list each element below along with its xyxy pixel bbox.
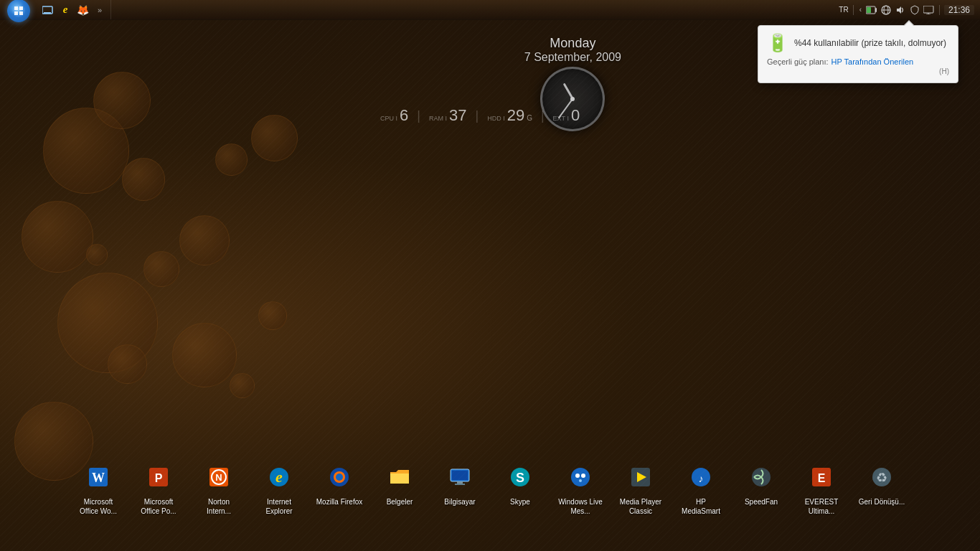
desktop-icon-ms-word[interactable]: WMicrosoft Office Wo... [72,457,125,519]
start-orb-inner [12,4,25,17]
windows-logo-icon [14,6,23,15]
network-icon[interactable] [880,4,892,16]
svg-text:S: S [516,471,524,485]
svg-rect-14 [457,481,463,484]
firefox-ql[interactable]: 🦊 [75,2,90,18]
cpu-label: CPU I [380,115,397,122]
bubble-deco [108,344,147,384]
messenger-icon-label: Windows Live Mes... [557,497,604,516]
svg-rect-36 [44,12,51,14]
desktop-icon-recycle[interactable]: ♻Geri Dönüşü... [855,457,908,519]
svg-point-11 [336,474,343,481]
battery-status-text: %44 kullanılabilir (prize takılı, dolmuy… [794,38,946,48]
volume-icon[interactable] [895,4,906,16]
cpu-monitor: CPU I 6 [380,106,408,125]
hp-media-icon-image: ♪ [684,460,718,494]
svg-text:♪: ♪ [699,473,704,484]
bilgisayar-icon-image [443,460,477,494]
bubble-deco [258,301,287,330]
hp-media-icon-label: HP MediaSmart [677,497,725,516]
popup-arrow-inner [905,22,913,26]
desktop-icon-everest[interactable]: EEVEREST Ultima... [795,457,848,519]
quick-launch: e 🦊 » [37,0,111,19]
battery-plan-link[interactable]: HP Tarafından Önerilen [831,57,914,66]
tray-expand[interactable]: ‹ [858,6,863,14]
desktop-icon-messenger[interactable]: Windows Live Mes... [554,457,607,519]
svg-text:E: E [818,472,826,484]
battery-plan-label: Geçerli güç planı: [767,57,829,66]
ext-monitor: EXT I 0 [553,106,580,125]
ext-value: 0 [571,106,580,125]
desktop-icon-hp-media[interactable]: ♪HP MediaSmart [674,457,727,519]
hdd-unit: G [527,114,532,122]
security-tray-icon[interactable] [909,4,920,16]
speedfan-icon-image [744,460,778,494]
battery-icon-large: 🔋 [767,33,788,53]
display-icon[interactable] [923,4,935,16]
norton-icon-image: N [202,460,236,494]
bubble-deco [230,373,255,398]
cpu-value: 6 [400,106,408,125]
bubble-deco [172,323,237,387]
skype-icon-image: S [503,460,537,494]
tray-sep2 [939,5,940,15]
svg-point-19 [575,474,580,478]
topbar: e 🦊 » TR ‹ [0,0,980,20]
svg-point-20 [581,474,585,478]
ext-label: EXT I [553,115,569,122]
svg-rect-33 [14,11,18,15]
norton-icon-label: Norton Intern... [195,497,242,516]
svg-text:W: W [92,471,105,485]
battery-extra: (H) [767,67,949,75]
svg-text:e: e [275,468,283,486]
ie-ql[interactable]: e [57,2,73,18]
desktop-icon-norton[interactable]: NNorton Intern... [192,457,245,519]
ms-word-icon-label: Microsoft Office Wo... [75,497,122,516]
svg-rect-13 [452,471,468,480]
svg-point-21 [579,479,582,482]
svg-rect-15 [455,484,465,485]
svg-text:N: N [215,472,222,483]
svg-rect-32 [19,6,23,10]
desktop-icon-ms-ppt[interactable]: PMicrosoft Office Po... [132,457,185,519]
firefox-icon-label: Mozilla Firefox [316,497,362,507]
ms-word-icon-image: W [81,460,116,494]
desktop-icon-firefox[interactable]: Mozilla Firefox [313,457,366,519]
svg-text:P: P [155,472,163,484]
clock-date: 7 September, 2009 [524,51,621,64]
bubble-deco [215,143,248,176]
svg-point-18 [571,468,590,486]
battery-tray-icon [866,6,877,14]
show-desktop-icon [42,5,54,15]
ram-label: RAM I [429,115,447,122]
desktop-icon-bilgisayar[interactable]: Bilgisayar [433,457,486,519]
svg-text:♻: ♻ [876,471,887,485]
sysmon-widget: CPU I 6 | RAM I 37 | HDD I 29 G | EXT I … [380,106,580,125]
ie-icon-image: e [262,460,296,494]
tray-sep [853,5,854,15]
svg-rect-44 [923,6,933,13]
belgeler-icon-image [382,460,417,494]
ms-ppt-icon-label: Microsoft Office Po... [135,497,182,516]
start-button[interactable] [0,0,37,20]
desktop-icon-speedfan[interactable]: SpeedFan [735,457,788,519]
show-desktop-ql[interactable] [40,2,56,18]
battery-pct-icon[interactable] [866,4,877,16]
sep3: | [541,108,545,123]
skype-icon-label: Skype [510,497,530,507]
start-orb[interactable] [7,0,30,22]
recycle-icon-image: ♻ [864,460,899,494]
battery-popup-title: 🔋 %44 kullanılabilir (prize takılı, dolm… [767,33,949,53]
sep1: | [417,108,420,123]
clock-center [570,97,575,101]
desktop-icon-ie[interactable]: eInternet Explorer [253,457,306,519]
speedfan-icon-label: SpeedFan [745,497,778,507]
system-clock[interactable]: 21:36 [944,5,974,15]
desktop-icon-belgeler[interactable]: Belgeler [373,457,426,519]
bubble-deco [143,251,179,287]
everest-icon-image: E [804,460,839,494]
desktop-icon-mpc[interactable]: Media Player Classic [614,457,667,519]
expand-ql[interactable]: » [92,2,108,18]
network-tray-icon [881,5,891,15]
desktop-icon-skype[interactable]: SSkype [494,457,547,519]
